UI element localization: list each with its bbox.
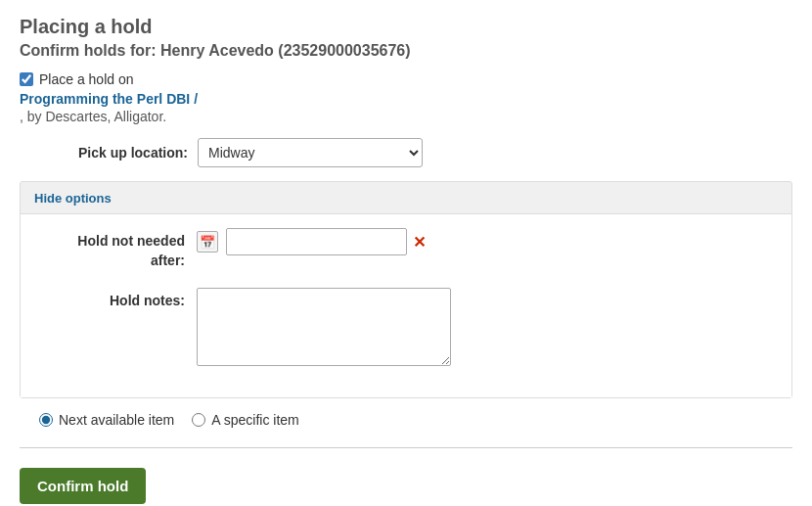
next-available-radio[interactable] — [39, 413, 53, 427]
pickup-row: Pick up location: Midway Branch A Branch… — [20, 138, 792, 167]
specific-item-option: A specific item — [192, 412, 298, 428]
book-title-link[interactable]: Programming the Perl DBI / — [20, 91, 792, 107]
options-body: Hold not needed after: 📅 ✕ Hold notes: — [21, 214, 791, 397]
divider — [20, 447, 792, 448]
date-input-wrapper: 📅 ✕ — [197, 228, 426, 255]
place-hold-label: Place a hold on — [39, 71, 134, 87]
next-available-label: Next available item — [59, 412, 174, 428]
pickup-label: Pick up location: — [78, 145, 188, 161]
hold-not-needed-row: Hold not needed after: 📅 ✕ — [40, 228, 772, 270]
place-hold-row: Place a hold on — [20, 71, 792, 87]
page-title: Placing a hold — [20, 16, 792, 38]
hold-not-needed-input[interactable] — [226, 228, 407, 255]
options-header: Hide options — [21, 182, 791, 214]
specific-item-radio[interactable] — [192, 413, 205, 427]
calendar-icon[interactable]: 📅 — [197, 231, 218, 253]
hold-not-needed-label: Hold not needed after: — [40, 228, 197, 270]
item-type-row: Next available item A specific item — [20, 412, 792, 428]
specific-item-label: A specific item — [211, 412, 298, 428]
hide-options-link[interactable]: Hide options — [34, 191, 112, 206]
book-author: , by Descartes, Alligator. — [20, 109, 792, 124]
confirm-hold-button[interactable]: Confirm hold — [20, 468, 146, 504]
hold-notes-row: Hold notes: — [40, 288, 772, 366]
confirm-title: Confirm holds for: Henry Acevedo (235290… — [20, 42, 792, 60]
place-hold-checkbox[interactable] — [20, 72, 33, 86]
next-available-option: Next available item — [39, 412, 174, 428]
pickup-select[interactable]: Midway Branch A Branch B Main Library — [198, 138, 423, 167]
hold-notes-label: Hold notes: — [40, 288, 197, 311]
hold-notes-textarea[interactable] — [197, 288, 451, 366]
options-section: Hide options Hold not needed after: 📅 ✕ … — [20, 181, 792, 398]
page-container: Placing a hold Confirm holds for: Henry … — [0, 0, 812, 506]
clear-date-icon[interactable]: ✕ — [413, 233, 426, 252]
